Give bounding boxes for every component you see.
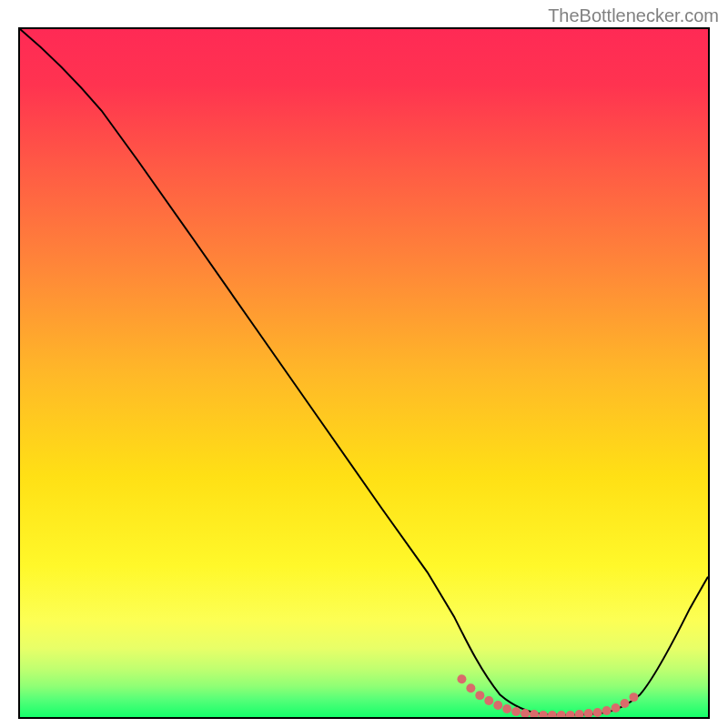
svg-point-11 [548, 711, 557, 717]
svg-point-19 [621, 699, 630, 708]
bottleneck-curve [20, 29, 708, 717]
svg-point-20 [629, 693, 638, 702]
svg-point-17 [602, 706, 612, 715]
svg-point-4 [484, 696, 493, 705]
svg-point-3 [475, 691, 484, 700]
svg-point-14 [575, 710, 584, 717]
svg-point-13 [566, 711, 575, 717]
svg-point-2 [466, 683, 475, 693]
svg-point-12 [557, 711, 566, 717]
watermark-text: TheBottlenecker.com [548, 5, 719, 26]
svg-point-6 [502, 704, 511, 713]
svg-point-18 [612, 703, 621, 713]
svg-point-10 [539, 711, 548, 717]
svg-point-16 [593, 708, 602, 717]
svg-point-15 [584, 709, 593, 717]
svg-point-5 [493, 701, 502, 710]
svg-point-1 [457, 674, 466, 683]
svg-point-7 [511, 707, 521, 716]
chart-container [18, 27, 710, 719]
